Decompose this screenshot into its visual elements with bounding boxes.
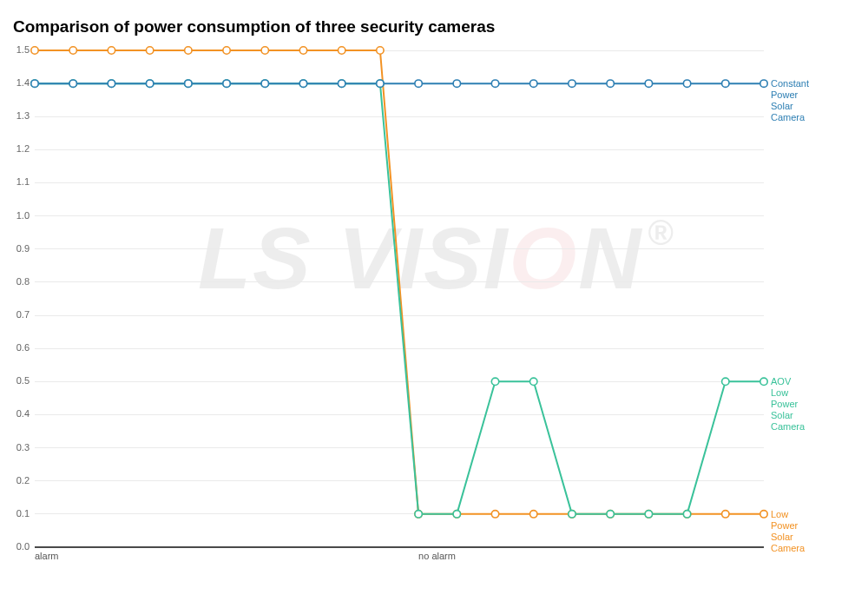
svg-point-84 (415, 80, 422, 87)
svg-point-40 (261, 47, 268, 54)
svg-point-90 (645, 80, 652, 87)
svg-text:0.0: 0.0 (16, 541, 30, 552)
svg-point-47 (530, 511, 537, 518)
svg-text:1.3: 1.3 (16, 110, 30, 121)
svg-point-43 (377, 47, 384, 54)
series-0 (31, 80, 767, 87)
svg-point-68 (569, 511, 575, 518)
svg-text:0.2: 0.2 (16, 475, 30, 486)
svg-point-41 (299, 47, 306, 54)
svg-point-76 (108, 80, 115, 87)
svg-point-85 (453, 80, 460, 87)
svg-text:alarm: alarm (35, 551, 59, 561)
svg-text:0.4: 0.4 (16, 408, 30, 419)
svg-point-78 (185, 80, 192, 87)
page: Comparison of power consumption of three… (0, 0, 868, 608)
svg-point-36 (108, 47, 115, 54)
svg-point-80 (261, 80, 268, 87)
svg-text:1.2: 1.2 (16, 143, 30, 154)
svg-point-34 (31, 47, 38, 54)
svg-point-39 (223, 47, 230, 54)
svg-text:0.9: 0.9 (16, 243, 30, 254)
svg-text:1.4: 1.4 (16, 77, 30, 88)
svg-point-64 (415, 511, 422, 518)
svg-point-79 (223, 80, 230, 87)
svg-point-72 (722, 378, 729, 385)
svg-point-65 (453, 511, 460, 518)
svg-text:0.3: 0.3 (16, 442, 30, 453)
svg-point-70 (645, 511, 652, 518)
svg-point-86 (491, 80, 498, 87)
svg-point-75 (69, 80, 76, 87)
svg-point-42 (338, 47, 345, 54)
svg-point-89 (607, 80, 614, 87)
series-label: ConstantPowerSolarCamera (771, 78, 809, 122)
svg-text:0.5: 0.5 (16, 375, 30, 386)
svg-point-91 (683, 80, 690, 87)
svg-point-37 (146, 47, 153, 54)
svg-point-38 (185, 47, 192, 54)
svg-point-73 (760, 378, 767, 385)
svg-point-92 (722, 80, 729, 87)
series-label: LowPowerSolarCamera (771, 509, 806, 553)
chart-svg: 0.00.10.20.30.40.50.60.70.80.91.01.11.21… (35, 50, 764, 566)
svg-point-46 (491, 511, 498, 518)
svg-point-69 (607, 511, 614, 518)
svg-point-71 (683, 511, 690, 518)
svg-point-53 (760, 511, 767, 518)
svg-text:no alarm: no alarm (418, 551, 456, 561)
svg-text:0.8: 0.8 (16, 276, 30, 287)
svg-point-77 (146, 80, 153, 87)
svg-text:0.6: 0.6 (16, 342, 30, 353)
svg-text:1.1: 1.1 (16, 176, 30, 187)
svg-point-83 (377, 80, 384, 87)
svg-point-74 (31, 80, 38, 87)
svg-point-88 (569, 80, 575, 87)
svg-point-66 (491, 378, 498, 385)
svg-point-81 (299, 80, 306, 87)
series-1 (31, 80, 767, 518)
chart-title: Comparison of power consumption of three… (13, 17, 495, 36)
svg-text:0.1: 0.1 (16, 508, 30, 519)
svg-text:1.5: 1.5 (16, 44, 30, 55)
svg-point-82 (338, 80, 345, 87)
svg-text:1.0: 1.0 (16, 210, 30, 221)
svg-point-87 (530, 80, 537, 87)
svg-point-67 (530, 378, 537, 385)
svg-text:0.7: 0.7 (16, 309, 30, 320)
svg-point-35 (69, 47, 76, 54)
chart-plot-area: 0.00.10.20.30.40.50.60.70.80.91.01.11.21… (35, 50, 764, 566)
svg-point-52 (722, 511, 729, 518)
series-label: AOVLowPowerSolarCamera (771, 376, 806, 432)
svg-point-93 (760, 80, 767, 87)
